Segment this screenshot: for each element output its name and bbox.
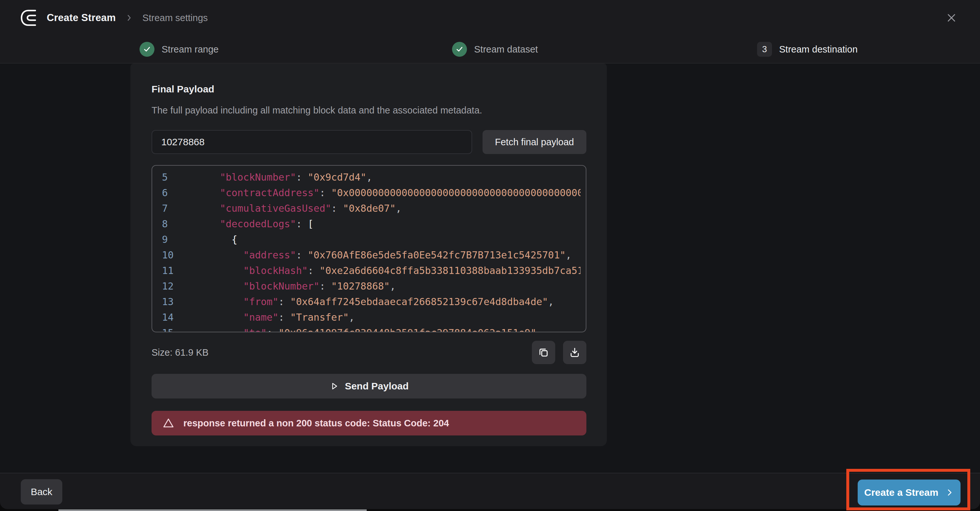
code-line: 6 "contractAddress": "0x0000000000000000… — [162, 185, 581, 201]
payload-size-label: Size: 61.9 KB — [151, 347, 208, 358]
header: Create Stream Stream settings — [0, 0, 980, 36]
check-icon — [140, 42, 154, 57]
step-label: Stream dataset — [474, 44, 538, 55]
code-line: 10 "address": "0x760AfE86e5de5fa0Ee542fc… — [162, 248, 581, 263]
main-area: Final Payload The full payload including… — [0, 63, 980, 473]
tab-stream-destination[interactable]: 3 Stream destination — [757, 36, 858, 63]
code-line: 13 "from": "0x64aff7245ebdaaecaf26685213… — [162, 294, 581, 309]
code-line: 15 "to": "0x96a41097fc839448b2591fac2978… — [162, 325, 581, 332]
final-payload-panel: Final Payload The full payload including… — [130, 63, 607, 446]
create-stream-label: Create a Stream — [864, 487, 938, 498]
step-bar: Stream range Stream dataset 3 Stream des… — [0, 36, 980, 63]
footer: Back Create a Stream — [0, 473, 980, 509]
step-label: Stream destination — [779, 44, 858, 55]
background-page-edge — [59, 509, 367, 511]
code-line: 5 "blockNumber": "0x9cd7d4", — [162, 170, 581, 185]
tab-stream-dataset[interactable]: Stream dataset — [452, 36, 538, 63]
close-icon[interactable] — [942, 9, 961, 27]
block-number-input[interactable] — [151, 130, 472, 154]
page-title: Create Stream — [47, 12, 116, 24]
send-payload-label: Send Payload — [345, 381, 409, 392]
chevron-right-icon — [945, 488, 954, 497]
code-line: 11 "blockHash": "0xe2a6d6604c8ffa5b33811… — [162, 263, 581, 279]
download-icon — [568, 346, 581, 359]
code-line: 8 "decodedLogs": [ — [162, 216, 581, 232]
tab-stream-range[interactable]: Stream range — [140, 36, 219, 63]
fetch-final-payload-button[interactable]: Fetch final payload — [482, 130, 586, 154]
copy-button[interactable] — [532, 341, 555, 364]
error-message: response returned a non 200 status code:… — [183, 418, 449, 428]
step-number-badge: 3 — [757, 42, 772, 57]
fetch-row: Fetch final payload — [151, 130, 586, 154]
streams-logo-icon — [19, 9, 38, 27]
payload-code-viewer[interactable]: 5 "blockNumber": "0x9cd7d4",6 "contractA… — [151, 165, 586, 332]
code-line: 9 { — [162, 232, 581, 248]
code-line: 7 "cumulativeGasUsed": "0x8de07", — [162, 201, 581, 216]
warning-triangle-icon — [162, 417, 175, 430]
send-payload-button[interactable]: Send Payload — [151, 374, 586, 398]
section-title: Final Payload — [151, 84, 586, 95]
code-line: 12 "blockNumber": "10278868", — [162, 279, 581, 294]
code-lines: 5 "blockNumber": "0x9cd7d4",6 "contractA… — [162, 170, 581, 332]
download-button[interactable] — [563, 341, 586, 364]
check-icon — [452, 42, 467, 57]
error-banner: response returned a non 200 status code:… — [151, 411, 586, 435]
play-icon — [329, 381, 339, 391]
size-row: Size: 61.9 KB — [151, 341, 586, 364]
section-description: The full payload including all matching … — [151, 105, 586, 116]
create-stream-modal: Create Stream Stream settings Stream ran… — [0, 0, 980, 511]
create-stream-button[interactable]: Create a Stream — [858, 479, 961, 506]
code-line: 14 "name": "Transfer", — [162, 309, 581, 325]
breadcrumb: Stream settings — [142, 13, 208, 23]
copy-icon — [538, 346, 550, 359]
back-button[interactable]: Back — [21, 479, 62, 505]
chevron-right-icon — [125, 14, 134, 22]
step-label: Stream range — [162, 44, 219, 55]
